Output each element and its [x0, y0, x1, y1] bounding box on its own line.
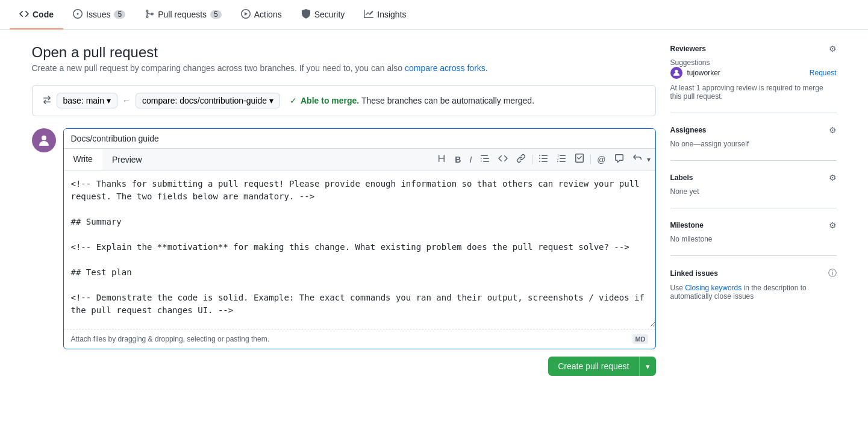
nav-pr-label: Pull requests: [158, 10, 207, 19]
svg-point-1: [675, 70, 678, 73]
create-pr-button[interactable]: Create pull request: [548, 357, 639, 376]
issues-icon: [73, 9, 83, 20]
milestone-gear-icon[interactable]: ⚙: [829, 220, 837, 230]
nav-security[interactable]: Security: [292, 0, 355, 30]
base-branch-chevron: ▾: [107, 96, 111, 105]
sidebar: Reviewers ⚙ Suggestions tujoworker Reque…: [656, 44, 837, 376]
toolbar-code[interactable]: [495, 151, 511, 167]
reviewers-gear-icon[interactable]: ⚙: [829, 44, 837, 54]
merge-status: ✓ Able to merge. These branches can be a…: [290, 96, 534, 105]
reviewer-request-link[interactable]: Request: [810, 69, 837, 77]
linked-issues-info-icon[interactable]: ⓘ: [828, 268, 837, 279]
assignees-title-row: Assignees ⚙: [670, 125, 837, 135]
content-area: Open a pull request Create a new pull re…: [32, 44, 656, 376]
toolbar-heading[interactable]: [433, 151, 450, 167]
nav-pull-requests[interactable]: Pull requests 5: [135, 0, 231, 30]
reviewers-title-row: Reviewers ⚙: [670, 44, 837, 54]
reviewers-suggestions-label: Suggestions: [670, 58, 837, 67]
linked-issues-desc-start: Use: [670, 284, 683, 292]
pr-icon: [145, 9, 154, 20]
pr-title-input[interactable]: [64, 129, 655, 149]
toolbar-link[interactable]: [513, 151, 529, 167]
base-branch-label: base: main: [63, 96, 104, 105]
nav-issues[interactable]: Issues 5: [63, 0, 135, 30]
toolbar-sep-1: [532, 155, 532, 164]
nav-code[interactable]: Code: [10, 0, 63, 30]
nav-insights-label: Insights: [377, 10, 406, 19]
pr-form-row: Write Preview B I: [32, 128, 656, 349]
toolbar-bold[interactable]: B: [451, 152, 464, 167]
toolbar-more: ▾: [647, 155, 651, 164]
toolbar-unordered-list[interactable]: [535, 151, 552, 167]
nav-code-label: Code: [33, 10, 54, 19]
code-icon: [19, 9, 29, 20]
editor-toolbar: B I: [428, 149, 655, 170]
pr-badge: 5: [210, 10, 222, 19]
editor-tabs: Write Preview: [64, 149, 152, 169]
toolbar-ordered-list[interactable]: [553, 151, 570, 167]
compare-branch-label: compare: docs/contribution-guide: [142, 96, 267, 105]
toolbar-sep-2: [590, 155, 591, 164]
subtitle-text: Create a new pull request by comparing c…: [32, 63, 403, 73]
sidebar-reviewers: Reviewers ⚙ Suggestions tujoworker Reque…: [670, 44, 837, 113]
main-content: Open a pull request Create a new pull re…: [13, 30, 856, 390]
attach-bar: Attach files by dragging & dropping, sel…: [64, 329, 655, 349]
toolbar-undo[interactable]: [629, 151, 646, 167]
sidebar-labels: Labels ⚙ None yet: [670, 173, 837, 208]
merge-description: These branches can be automatically merg…: [361, 96, 534, 105]
base-branch-button[interactable]: base: main ▾: [57, 93, 117, 108]
page-title: Open a pull request: [32, 44, 656, 61]
merge-able-text: Able to merge.: [301, 96, 359, 105]
create-pr-arrow-button[interactable]: ▾: [639, 357, 656, 376]
tab-preview[interactable]: Preview: [102, 149, 152, 169]
compare-arrows-icon: [42, 95, 52, 107]
assignees-gear-icon[interactable]: ⚙: [829, 125, 837, 135]
compare-forks-link[interactable]: compare across forks.: [405, 63, 488, 73]
labels-title-row: Labels ⚙: [670, 173, 837, 182]
reviewers-title: Reviewers: [670, 45, 706, 53]
attach-label: Attach files by dragging & dropping, sel…: [71, 335, 270, 343]
nav-issues-label: Issues: [86, 10, 110, 19]
assignees-empty: No one—assign yourself: [670, 140, 837, 148]
reviewer-avatar: [670, 67, 682, 79]
sidebar-linked-issues: Linked issues ⓘ Use Closing keywords in …: [670, 268, 837, 313]
check-circle-icon: ✓: [290, 96, 297, 105]
submit-row: Create pull request ▾: [32, 357, 656, 376]
tab-write[interactable]: Write: [64, 149, 102, 170]
pr-body-textarea[interactable]: <!-- Thanks for submitting a pull reques…: [64, 170, 655, 327]
security-icon: [301, 9, 311, 20]
actions-icon: [241, 9, 251, 20]
merge-status-label: Able to merge. These branches can be aut…: [301, 96, 534, 105]
pr-form-area: Write Preview B I: [63, 128, 656, 349]
linked-issues-description: Use Closing keywords in the description …: [670, 284, 837, 301]
compare-branch-button[interactable]: compare: docs/contribution-guide ▾: [136, 93, 280, 108]
milestone-empty: No milestone: [670, 235, 837, 243]
toolbar-quote[interactable]: [476, 151, 493, 167]
toolbar-reference[interactable]: [611, 151, 628, 167]
toolbar-italic[interactable]: I: [466, 152, 475, 167]
nav-actions[interactable]: Actions: [231, 0, 292, 30]
nav-insights[interactable]: Insights: [354, 0, 416, 30]
nav-actions-label: Actions: [254, 10, 282, 19]
linked-issues-title: Linked issues: [670, 269, 718, 278]
page-subtitle: Create a new pull request by comparing c…: [32, 63, 656, 73]
labels-empty: None yet: [670, 187, 837, 196]
closing-keywords-link[interactable]: Closing keywords: [685, 284, 742, 292]
create-btn-group: Create pull request ▾: [548, 357, 655, 376]
avatar: [32, 128, 56, 152]
compare-bar: base: main ▾ ← compare: docs/contributio…: [32, 85, 656, 116]
reviewers-note: At least 1 approving review is required …: [670, 84, 837, 101]
linked-issues-title-row: Linked issues ⓘ: [670, 268, 837, 279]
toolbar-mention[interactable]: @: [593, 152, 609, 167]
labels-gear-icon[interactable]: ⚙: [829, 173, 837, 182]
toolbar-task-list[interactable]: [571, 151, 588, 167]
markdown-icon: MD: [632, 334, 648, 344]
top-nav: Code Issues 5 Pull requests 5 Actions: [0, 0, 868, 30]
milestone-title-row: Milestone ⚙: [670, 220, 837, 230]
svg-point-0: [42, 136, 46, 140]
reviewer-name: tujoworker: [687, 69, 720, 77]
assignees-title: Assignees: [670, 126, 707, 134]
sidebar-milestone: Milestone ⚙ No milestone: [670, 220, 837, 256]
editor-tabs-toolbar: Write Preview B I: [64, 149, 655, 170]
sidebar-assignees: Assignees ⚙ No one—assign yourself: [670, 125, 837, 161]
